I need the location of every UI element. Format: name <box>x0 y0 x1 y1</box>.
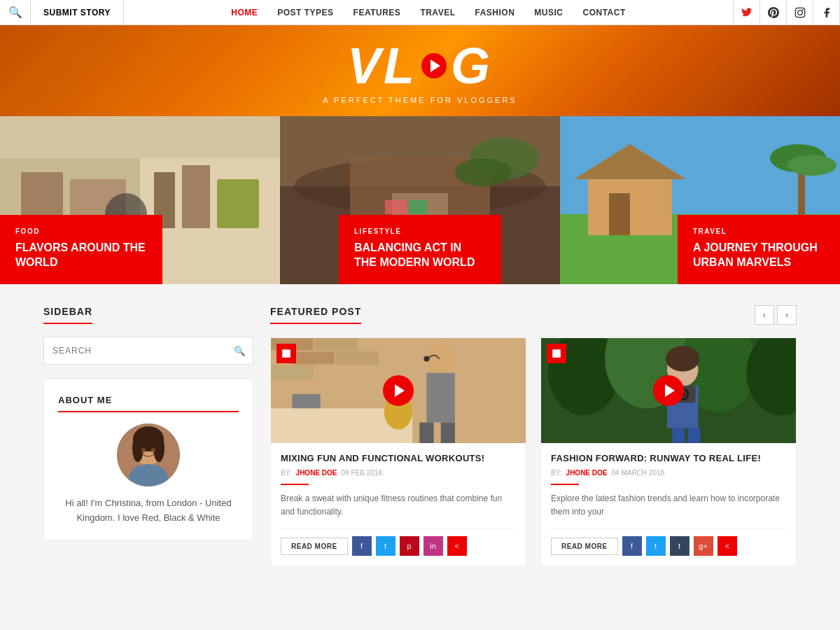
search-icon: 🔍 <box>8 6 22 19</box>
svg-point-20 <box>455 158 511 186</box>
post-author-fitness[interactable]: JHONE DOE <box>296 469 337 477</box>
svg-point-48 <box>426 343 454 374</box>
post-thumb-fashion <box>541 338 796 443</box>
post-card-fitness: MIXING FUN AND FUNCTIONAL WORKOUTS! BY: … <box>270 337 526 566</box>
nav-home[interactable]: HOME <box>231 8 258 18</box>
featured-header: FEATURED POST ‹ › <box>270 305 797 325</box>
share-pinterest-fitness[interactable]: p <box>400 536 419 556</box>
search-input[interactable] <box>44 339 226 363</box>
share-twitter-fitness[interactable]: t <box>376 536 396 556</box>
nav-music[interactable]: MUSIC <box>534 8 563 18</box>
post-meta-fashion: BY: JHONE DOE 04 MARCH 2018. <box>551 469 786 477</box>
search-button[interactable]: 🔍 <box>226 337 253 364</box>
svg-rect-22 <box>410 200 427 214</box>
svg-point-39 <box>141 448 146 453</box>
nav-features[interactable]: FEATURES <box>354 8 401 18</box>
post-date-fitness: 09 FEB 2018. <box>341 469 384 477</box>
post-meta-fitness: BY: JHONE DOE 09 FEB 2018. <box>281 469 516 477</box>
share-gplus-fashion[interactable]: g+ <box>694 536 713 556</box>
facebook-icon[interactable] <box>813 0 840 24</box>
search-btn-icon: 🔍 <box>234 346 246 356</box>
svg-rect-45 <box>292 351 335 364</box>
share-more-fashion[interactable]: < <box>718 536 737 556</box>
share-tumblr-fashion[interactable]: t <box>670 536 690 556</box>
card-overlay-lifestyle: LIFESTYLE BALANCING ACT IN THE MODERN WO… <box>339 215 501 284</box>
svg-point-57 <box>285 352 288 355</box>
svg-rect-44 <box>315 338 358 350</box>
nav-arrows: ‹ › <box>755 305 797 325</box>
nav-social <box>733 0 840 24</box>
main-content: SIDEBAR 🔍 ABOUT ME <box>0 284 840 587</box>
feature-card-lifestyle[interactable]: LIFESTYLE BALANCING ACT IN THE MODERN WO… <box>280 116 560 284</box>
svg-rect-51 <box>441 423 455 444</box>
about-text: Hi all! I'm Christina, from London - Uni… <box>58 496 239 526</box>
svg-point-74 <box>555 352 558 355</box>
svg-rect-68 <box>687 428 700 443</box>
navbar: 🔍 SUBMIT STORY HOME POST TYPES FEATURES … <box>0 0 840 25</box>
read-more-fashion[interactable]: READ MORE <box>551 538 618 555</box>
svg-point-1 <box>797 10 802 15</box>
hero-subtitle: A PERFECT THEME FOR VLOGGERS <box>323 96 517 104</box>
svg-rect-46 <box>336 351 379 364</box>
post-type-icon-fashion <box>547 344 566 363</box>
nav-links: HOME POST TYPES FEATURES TRAVEL FASHION … <box>124 8 733 18</box>
featured-section: FEATURED POST ‹ › <box>270 305 797 566</box>
post-divider-fashion <box>551 484 579 485</box>
read-more-fitness[interactable]: READ MORE <box>281 538 348 555</box>
svg-rect-26 <box>609 193 630 235</box>
post-author-fashion[interactable]: JHONE DOE <box>566 469 608 477</box>
share-instagram-fitness[interactable]: in <box>424 536 443 556</box>
nav-post-types[interactable]: POST TYPES <box>277 8 333 18</box>
post-excerpt-fitness: Break a sweat with unique fitness routin… <box>281 492 516 519</box>
submit-story-button[interactable]: SUBMIT STORY <box>31 0 124 24</box>
svg-point-36 <box>132 434 144 462</box>
svg-rect-54 <box>292 394 320 408</box>
sidebar-title: SIDEBAR <box>43 306 92 324</box>
nav-travel[interactable]: TRAVEL <box>420 8 455 18</box>
svg-rect-49 <box>426 373 454 423</box>
about-title: ABOUT ME <box>58 395 239 412</box>
featured-title: FEATURED POST <box>270 306 361 324</box>
post-type-icon-fitness <box>276 344 296 363</box>
play-button-fashion[interactable] <box>653 375 684 406</box>
about-box: ABOUT ME <box>43 379 253 540</box>
sidebar: SIDEBAR 🔍 ABOUT ME <box>43 305 253 566</box>
nav-contact[interactable]: CONTACT <box>583 8 626 18</box>
card-overlay-travel: TRAVEL A JOURNEY THROUGH URBAN MARVELS <box>678 215 840 284</box>
nav-search-icon[interactable]: 🔍 <box>0 0 31 24</box>
avatar <box>117 424 180 486</box>
svg-point-65 <box>666 346 700 371</box>
svg-rect-50 <box>419 423 433 444</box>
posts-grid: MIXING FUN AND FUNCTIONAL WORKOUTS! BY: … <box>270 337 797 566</box>
svg-rect-47 <box>271 366 314 379</box>
share-facebook-fashion[interactable]: f <box>622 536 642 556</box>
post-excerpt-fashion: Explore the latest fashion trends and le… <box>551 492 786 519</box>
svg-rect-11 <box>217 179 259 228</box>
instagram-icon[interactable] <box>787 0 813 24</box>
post-divider-fitness <box>281 484 309 485</box>
share-more-fitness[interactable]: < <box>447 536 467 556</box>
post-date-fashion: 04 MARCH 2018. <box>611 469 666 477</box>
svg-rect-0 <box>795 8 804 17</box>
twitter-icon[interactable] <box>734 0 760 24</box>
pinterest-icon[interactable] <box>760 0 787 24</box>
prev-arrow-button[interactable]: ‹ <box>755 305 774 325</box>
post-title-fashion: FASHION FORWARD: RUNWAY TO REAL LIFE! <box>551 453 786 465</box>
hero-section: VL G A PERFECT THEME FOR VLOGGERS <box>0 25 840 116</box>
post-footer-fitness: READ MORE f t p in < <box>281 528 516 556</box>
nav-fashion[interactable]: FASHION <box>475 8 514 18</box>
svg-point-31 <box>788 155 836 176</box>
svg-rect-21 <box>385 200 406 214</box>
feature-cards-section: FOOD FLAVORS AROUND THE WORLD LIFESTYLE <box>0 116 840 284</box>
share-twitter-fashion[interactable]: t <box>646 536 666 556</box>
svg-rect-10 <box>182 165 210 228</box>
svg-point-37 <box>153 434 164 462</box>
svg-rect-67 <box>672 428 685 443</box>
feature-card-food[interactable]: FOOD FLAVORS AROUND THE WORLD <box>0 116 280 284</box>
post-body-fitness: MIXING FUN AND FUNCTIONAL WORKOUTS! BY: … <box>271 443 526 566</box>
feature-card-travel[interactable]: TRAVEL A JOURNEY THROUGH URBAN MARVELS <box>560 116 840 284</box>
play-icon <box>421 53 447 78</box>
share-facebook-fitness[interactable]: f <box>352 536 372 556</box>
next-arrow-button[interactable]: › <box>777 305 797 325</box>
play-button-fitness[interactable] <box>383 375 414 406</box>
